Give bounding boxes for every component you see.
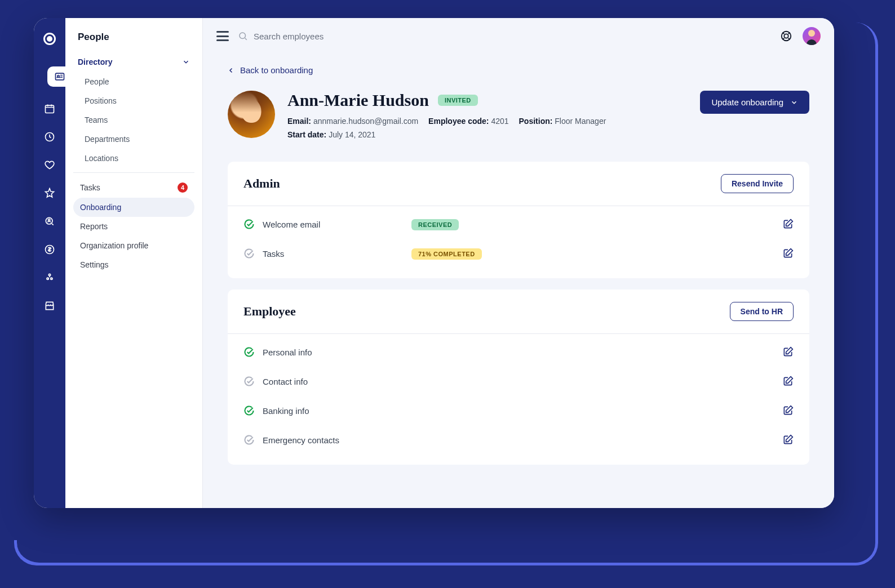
app-window: People Directory People Positions Teams … [34,18,834,508]
nav-settings[interactable]: Settings [73,255,194,274]
nav-reports-label: Reports [80,222,108,231]
sidebar: People Directory People Positions Teams … [65,18,203,508]
meta-start-date: Start date: July 14, 2021 [287,130,375,139]
svg-point-7 [48,274,50,275]
svg-point-12 [784,34,788,38]
back-link-label: Back to onboarding [240,65,313,75]
check-done-icon [243,219,255,230]
edit-icon[interactable] [782,376,794,387]
update-btn-label: Update onboarding [711,97,783,107]
nav-tasks[interactable]: Tasks 4 [73,177,194,198]
search-wrap [238,31,771,41]
edit-icon[interactable] [782,346,794,358]
admin-card: Admin Resend Invite Welcome email RECEIV… [228,162,809,278]
welcome-status: RECEIVED [411,219,459,230]
profile-header: Ann-Marie Hudson INVITED Email: annmarie… [228,91,809,144]
star-rail-icon[interactable] [43,187,56,199]
edit-icon[interactable] [782,405,794,416]
main-content: Back to onboarding Ann-Marie Hudson INVI… [203,18,834,508]
tasks-status: 71% COMPLETED [411,248,482,260]
topbar-right [780,27,821,45]
nav-tasks-label: Tasks [80,183,100,192]
content: Back to onboarding Ann-Marie Hudson INVI… [203,54,834,487]
nav-divider [73,172,194,173]
resend-invite-button[interactable]: Resend Invite [721,174,794,193]
status-badge: INVITED [438,95,478,106]
check-pending-icon [243,248,255,259]
meta-email: Email: annmarie.hudson@gmail.com [287,117,418,126]
welcome-label: Welcome email [263,220,404,229]
check-done-icon [243,346,255,358]
tasks-label: Tasks [263,249,404,259]
admin-row-welcome: Welcome email RECEIVED [243,210,794,239]
heart-rail-icon[interactable] [43,159,56,171]
nav-sub-teams[interactable]: Teams [73,110,194,130]
update-onboarding-button[interactable]: Update onboarding [700,91,809,114]
hamburger-icon[interactable] [216,31,229,41]
nav-onboarding-label: Onboarding [80,203,121,212]
logo-icon[interactable] [43,33,56,45]
nav-settings-label: Settings [80,260,109,269]
employee-name: Ann-Marie Hudson [287,91,429,110]
tasks-badge: 4 [178,182,188,193]
search-person-rail-icon[interactable] [43,215,56,228]
back-link[interactable]: Back to onboarding [228,65,809,75]
employee-row-banking: Banking info [243,396,794,425]
user-avatar[interactable] [803,27,821,45]
clock-rail-icon[interactable] [43,131,56,143]
nav-directory-header[interactable]: Directory [73,52,194,72]
employee-row-contact: Contact info [243,367,794,396]
people-rail-icon[interactable] [47,66,72,87]
profile-info: Ann-Marie Hudson INVITED Email: annmarie… [287,91,688,144]
svg-rect-2 [46,105,54,113]
check-pending-icon [243,434,255,446]
nav-org-profile[interactable]: Organization profile [73,236,194,255]
svg-point-10 [240,33,246,39]
store-rail-icon[interactable] [43,300,56,312]
nav-sub-positions[interactable]: Positions [73,91,194,110]
help-icon[interactable] [780,30,792,42]
settings-rail-icon[interactable] [43,271,56,284]
meta-position: Position: Floor Manager [519,117,606,126]
nav-reports[interactable]: Reports [73,217,194,236]
edit-icon[interactable] [782,248,794,259]
nav-onboarding[interactable]: Onboarding [73,198,194,217]
contact-label: Contact info [263,377,404,386]
nav-sub-departments[interactable]: Departments [73,130,194,149]
banking-label: Banking info [263,406,404,416]
calendar-rail-icon[interactable] [43,103,56,115]
svg-rect-0 [56,73,64,80]
employee-row-emergency: Emergency contacts [243,425,794,455]
svg-point-5 [48,219,50,221]
dollar-rail-icon[interactable] [43,243,56,256]
search-icon [238,31,248,41]
edit-icon[interactable] [782,434,794,446]
check-pending-icon [243,376,255,387]
employee-card: Employee Send to HR Personal info Contac… [228,289,809,465]
emergency-label: Emergency contacts [263,435,404,445]
sidebar-title: People [73,32,194,52]
search-input[interactable] [254,32,771,41]
personal-label: Personal info [263,348,404,357]
edit-icon[interactable] [782,219,794,230]
nav-directory-label: Directory [78,57,112,66]
employee-avatar [228,91,275,138]
chevron-down-icon [790,99,798,106]
nav-sub-locations[interactable]: Locations [73,149,194,168]
meta-emp-code: Employee code: 4201 [428,117,508,126]
icon-rail [34,18,65,508]
check-done-icon [243,405,255,416]
topbar [203,18,834,54]
nav-sub-people[interactable]: People [73,72,194,91]
employee-card-title: Employee [243,304,296,319]
admin-row-tasks: Tasks 71% COMPLETED [243,239,794,268]
employee-row-personal: Personal info [243,337,794,367]
chevron-left-icon [228,66,234,75]
send-to-hr-button[interactable]: Send to HR [730,302,794,321]
nav-org-profile-label: Organization profile [80,241,148,250]
chevron-down-icon [182,58,190,66]
admin-card-title: Admin [243,176,280,191]
